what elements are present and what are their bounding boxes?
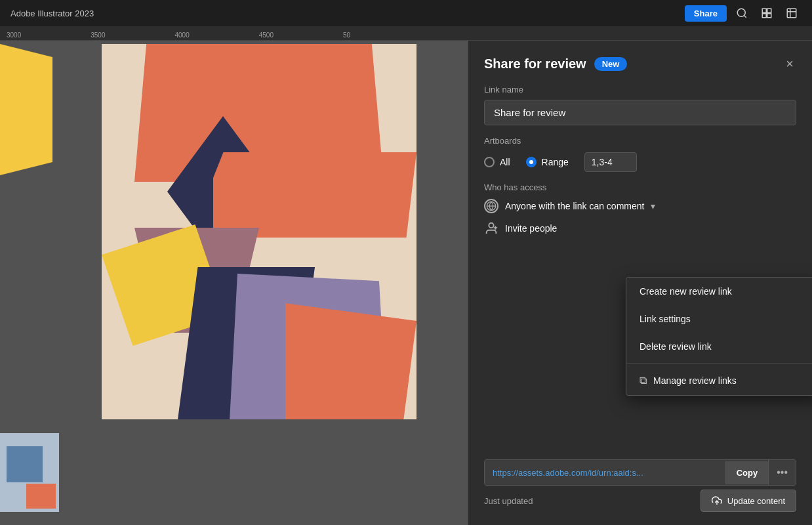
link-settings-label: Link settings <box>639 314 691 324</box>
shape-orange-bar <box>213 152 416 238</box>
ruler-mark: 4500 <box>259 32 274 39</box>
manage-icon: ⧉ <box>639 375 647 387</box>
ruler-marks: 3000 3500 4000 4500 50 <box>0 32 350 40</box>
upload-icon <box>712 495 722 506</box>
link-url: https://assets.adobe.com/id/urn:aaid:s..… <box>485 461 725 484</box>
update-button-label: Update content <box>727 496 785 506</box>
dropdown-item-create[interactable]: Create new review link <box>626 278 812 305</box>
title-bar-actions: Share <box>685 5 802 22</box>
access-label: Who has access <box>484 182 796 192</box>
layout-icon <box>786 7 798 19</box>
radio-range-label: Range <box>542 157 569 167</box>
access-text: Anyone with the link can comment <box>505 201 644 211</box>
dropdown-item-settings[interactable]: Link settings <box>626 305 812 333</box>
new-badge: New <box>594 57 628 71</box>
link-name-section: Link name <box>468 85 812 136</box>
svg-rect-6 <box>787 9 796 18</box>
artboards-section: Artboards All Range <box>468 136 812 182</box>
more-icon: ••• <box>777 467 788 478</box>
status-bar: Just updated Update content <box>468 490 812 512</box>
ruler-mark: 3500 <box>91 32 105 39</box>
svg-rect-4 <box>762 14 766 18</box>
radio-all[interactable]: All <box>484 157 510 167</box>
artboards-controls: All Range <box>484 152 796 172</box>
invite-label: Invite people <box>505 223 557 234</box>
access-section: Who has access Anyone with the link can … <box>468 182 812 221</box>
share-button[interactable]: Share <box>685 5 727 22</box>
ruler-mark: 3000 <box>7 32 21 39</box>
panel-title-group: Share for review New <box>484 56 627 72</box>
canvas-area <box>0 41 468 525</box>
svg-rect-3 <box>767 9 771 12</box>
ruler: 3000 3500 4000 4500 50 <box>0 26 812 41</box>
share-panel: Share for review New × Link name Artboar… <box>468 41 812 525</box>
title-bar: Adobe Illustrator 2023 Share <box>0 0 812 26</box>
small-shape-orange <box>26 484 56 509</box>
windows-button[interactable] <box>757 5 777 22</box>
artboard-main <box>102 44 416 419</box>
art-shape-yellow-left <box>0 44 52 175</box>
manage-label: Manage review links <box>653 375 737 386</box>
artboards-label: Artboards <box>484 136 796 146</box>
main-area: Share for review New × Link name Artboar… <box>0 41 812 525</box>
just-updated: Just updated <box>484 496 533 506</box>
delete-link-label: Delete review link <box>639 341 712 352</box>
ruler-mark: 4000 <box>175 32 190 39</box>
search-icon <box>736 7 748 19</box>
copy-button[interactable]: Copy <box>725 461 769 484</box>
svg-line-1 <box>744 15 746 17</box>
invite-icon <box>484 221 498 236</box>
access-dropdown[interactable]: Anyone with the link can comment ▾ <box>484 199 796 213</box>
svg-rect-5 <box>767 14 771 18</box>
svg-point-0 <box>737 9 745 16</box>
radio-all-label: All <box>500 157 510 167</box>
more-button[interactable]: ••• <box>768 460 796 485</box>
dropdown-item-manage[interactable]: ⧉ Manage review links <box>626 366 812 395</box>
invite-section: Invite people <box>468 221 812 243</box>
link-name-label: Link name <box>484 85 796 94</box>
close-button[interactable]: × <box>783 54 796 74</box>
range-input[interactable] <box>584 152 637 172</box>
panel-header: Share for review New × <box>468 41 812 85</box>
app-title: Adobe Illustrator 2023 <box>10 9 94 18</box>
radio-range-circle <box>526 157 537 167</box>
update-button[interactable]: Update content <box>700 490 796 512</box>
dropdown-menu: Create new review link Link settings Del… <box>626 277 812 396</box>
svg-rect-2 <box>762 9 766 12</box>
svg-point-11 <box>489 223 493 228</box>
link-bar: https://assets.adobe.com/id/urn:aaid:s..… <box>468 459 812 486</box>
search-button[interactable] <box>732 5 752 22</box>
link-name-input[interactable] <box>484 100 796 125</box>
dropdown-item-delete[interactable]: Delete review link <box>626 333 812 360</box>
dropdown-divider <box>626 363 812 364</box>
radio-range[interactable]: Range <box>526 157 569 167</box>
windows-icon <box>761 7 773 19</box>
globe-icon <box>484 199 498 213</box>
radio-all-circle <box>484 157 495 167</box>
layout-button[interactable] <box>782 5 802 22</box>
panel-title: Share for review <box>484 56 586 72</box>
artboard-small <box>0 433 59 512</box>
shape-orange-bottom <box>285 303 416 419</box>
link-bar-inner: https://assets.adobe.com/id/urn:aaid:s..… <box>484 459 796 486</box>
chevron-down-icon: ▾ <box>651 201 655 211</box>
create-new-label: Create new review link <box>639 286 732 297</box>
small-shape-blue <box>7 446 43 482</box>
ruler-mark: 50 <box>343 32 350 39</box>
